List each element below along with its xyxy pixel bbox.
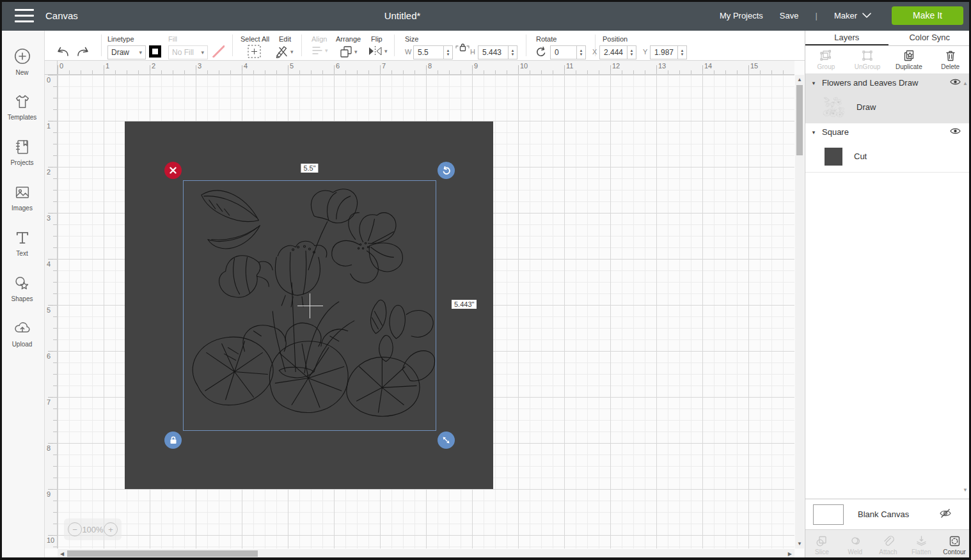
ruler-number: 7 xyxy=(382,62,386,70)
height-stepper[interactable]: ▲▼ xyxy=(508,46,517,59)
ruler-number: 6 xyxy=(47,352,51,360)
stepper-down-icon[interactable]: ▼ xyxy=(446,52,450,56)
layer-group-square: ▾ Square Cut xyxy=(805,123,971,173)
linetype-dropdown[interactable]: Draw ▾ xyxy=(107,45,146,59)
make-it-button[interactable]: Make It xyxy=(892,6,963,25)
sidebar-item-text[interactable]: Text xyxy=(0,220,45,265)
rotate-stepper[interactable]: ▲▼ xyxy=(576,46,585,59)
x-label: X xyxy=(592,48,597,56)
lock-handle[interactable] xyxy=(164,432,182,449)
scroll-up-icon[interactable]: ▲ xyxy=(797,77,802,82)
my-projects-link[interactable]: My Projects xyxy=(720,11,763,20)
collapse-triangle-icon[interactable]: ▾ xyxy=(805,80,822,86)
arrange-button[interactable]: ▾ xyxy=(339,45,358,58)
sidebar-item-images[interactable]: Images xyxy=(0,175,45,220)
layer-group-header[interactable]: ▾ Square xyxy=(805,123,971,141)
document-name[interactable]: Untitled* xyxy=(384,10,421,21)
edit-button[interactable]: ▾ xyxy=(275,45,294,58)
scroll-down-icon[interactable]: ▼ xyxy=(797,541,802,547)
layer-thumbnail xyxy=(825,148,842,166)
horizontal-scroll-thumb[interactable] xyxy=(67,550,258,557)
undo-button[interactable] xyxy=(55,45,70,59)
y-stepper[interactable]: ▲▼ xyxy=(677,46,686,59)
height-field[interactable]: 5.443 ▲▼ xyxy=(478,45,517,59)
height-value[interactable]: 5.443 xyxy=(478,46,508,59)
zoom-in-button[interactable]: + xyxy=(104,522,118,536)
resize-handle[interactable] xyxy=(438,432,455,449)
size-lock-button[interactable] xyxy=(455,42,470,53)
delete-button[interactable]: Delete xyxy=(929,46,971,74)
selection-center-crosshair xyxy=(297,306,323,306)
flatten-icon xyxy=(915,535,928,547)
position-label: Position xyxy=(603,35,628,43)
design-sidebar: New Templates Projects Images Text Shape… xyxy=(0,31,45,560)
x-position-value[interactable]: 2.444 xyxy=(600,46,627,59)
linetype-color-swatch[interactable] xyxy=(149,45,161,58)
sidebar-item-upload[interactable]: Upload xyxy=(0,311,45,356)
sidebar-item-new[interactable]: New xyxy=(0,38,45,84)
scroll-left-icon[interactable]: ◀ xyxy=(58,551,67,557)
panel-scroll-down-icon[interactable]: ▼ xyxy=(963,487,968,493)
width-stepper[interactable]: ▲▼ xyxy=(443,46,452,59)
hamburger-menu-icon[interactable] xyxy=(15,9,34,22)
x-position-field[interactable]: 2.444 ▲▼ xyxy=(599,45,636,59)
horizontal-scrollbar[interactable]: ◀ ▶ xyxy=(58,549,794,558)
delete-handle[interactable] xyxy=(164,162,182,179)
sidebar-item-shapes[interactable]: Shapes xyxy=(0,265,45,311)
vertical-scroll-thumb[interactable] xyxy=(796,85,803,155)
layer-group-header[interactable]: ▾ Flowers and Leaves Draw xyxy=(805,74,971,91)
y-position-value[interactable]: 1.987 xyxy=(651,46,677,59)
layer-thumbnail xyxy=(822,97,845,118)
sidebar-item-label: Upload xyxy=(12,341,33,348)
rotate-value[interactable]: 0 xyxy=(551,46,576,59)
ruler-number: 1 xyxy=(106,62,109,70)
stepper-down-icon[interactable]: ▼ xyxy=(630,52,634,56)
layer-row-cut[interactable]: Cut xyxy=(805,141,971,172)
stepper-down-icon[interactable]: ▼ xyxy=(580,52,583,56)
canvas-color-swatch[interactable] xyxy=(813,504,844,525)
scroll-right-icon[interactable]: ▶ xyxy=(785,551,794,557)
tab-layers[interactable]: Layers xyxy=(805,31,888,45)
tab-color-sync[interactable]: Color Sync xyxy=(888,31,971,45)
visibility-off-eye-icon[interactable] xyxy=(939,508,952,521)
group-button: Group xyxy=(805,46,847,74)
redo-button[interactable] xyxy=(75,45,91,59)
machine-selector[interactable]: Maker xyxy=(834,11,871,20)
rotate-field[interactable]: 0 ▲▼ xyxy=(550,45,586,59)
width-value[interactable]: 5.5 xyxy=(414,46,443,59)
sidebar-item-templates[interactable]: Templates xyxy=(0,84,45,129)
selection-bounding-box[interactable]: 5.5" 5.443" xyxy=(183,180,436,431)
ruler-number: 14 xyxy=(704,62,712,70)
width-field[interactable]: 5.5 ▲▼ xyxy=(413,45,453,59)
duplicate-button[interactable]: Duplicate xyxy=(888,46,930,74)
undo-icon xyxy=(55,45,70,59)
zoom-out-button[interactable]: − xyxy=(68,522,82,536)
x-stepper[interactable]: ▲▼ xyxy=(627,46,636,59)
visibility-eye-icon[interactable] xyxy=(950,127,961,137)
contour-label: Contour xyxy=(943,548,966,556)
y-label: Y xyxy=(643,48,647,56)
visibility-eye-icon[interactable] xyxy=(950,78,961,88)
sidebar-item-projects[interactable]: Projects xyxy=(0,129,45,175)
flip-button[interactable]: ▾ xyxy=(368,45,388,58)
ruler-number: 5 xyxy=(290,62,294,70)
ruler-horizontal: 012345678910111213141516 xyxy=(58,61,794,75)
canvas-grid[interactable]: 5.5" 5.443" xyxy=(58,75,794,548)
stepper-down-icon[interactable]: ▼ xyxy=(511,52,515,56)
vertical-scrollbar[interactable]: ▲ ▼ xyxy=(795,75,804,548)
height-label: H xyxy=(470,48,475,56)
panel-scroll-up-icon[interactable]: ▲ xyxy=(963,81,968,86)
blank-canvas-row: Blank Canvas xyxy=(805,499,971,529)
y-position-field[interactable]: 1.987 ▲▼ xyxy=(650,45,687,59)
plus-circle-icon xyxy=(13,47,32,66)
collapse-triangle-icon[interactable]: ▾ xyxy=(805,129,822,136)
layer-row-draw[interactable]: Draw xyxy=(805,91,971,123)
rotate-icon-button[interactable] xyxy=(535,46,547,58)
toolbar-separator xyxy=(101,35,102,56)
ruler-number: 3 xyxy=(47,214,51,222)
save-link[interactable]: Save xyxy=(780,11,799,20)
contour-button[interactable]: Contour xyxy=(938,530,971,560)
select-all-button[interactable] xyxy=(248,45,261,58)
rotate-handle[interactable] xyxy=(438,162,455,179)
stepper-down-icon[interactable]: ▼ xyxy=(681,52,684,56)
